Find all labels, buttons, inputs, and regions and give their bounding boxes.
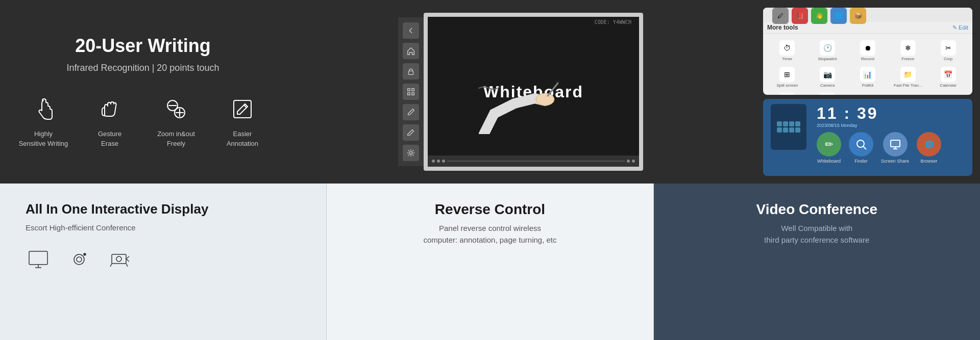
clock-date: 2023/08/15 Monday: [817, 123, 878, 128]
col2-title: Reverse Control: [435, 201, 545, 218]
tool-camera[interactable]: 📷 Camera: [808, 65, 847, 90]
svg-point-26: [116, 256, 121, 261]
whiteboard-code: CODE: Y4WWCH: [595, 19, 631, 25]
tool-stopwatch[interactable]: 🕐 Stopwatch: [808, 38, 847, 64]
tool-splitscreen[interactable]: ⊞ Split screen: [768, 65, 807, 90]
tool-freeze[interactable]: ❄ Freeze: [888, 38, 927, 64]
svg-line-28: [126, 264, 128, 267]
stopwatch-icon-box: 🕐: [820, 40, 835, 56]
tool-fastfile-label: Fast File Tran...: [894, 83, 922, 88]
tool-touchoverlay[interactable]: 🖊 TouchOverlay: [768, 91, 807, 95]
clock-display: 11 : 39 2023/08/15 Monday: [817, 104, 878, 128]
crop-icon-box: ✂: [941, 40, 956, 56]
top-section: 20-User Writing Infrared Recognition | 2…: [0, 0, 980, 184]
tool-crop-label: Crop: [944, 57, 952, 62]
sidebar-screenlock-icon[interactable]: [403, 63, 419, 80]
gesture-icon: [94, 94, 125, 124]
touchoverlay-icon-box: 🖊: [779, 93, 795, 95]
calendar-icon-box: 📅: [941, 67, 956, 82]
tool-pollkit-label: PollKit: [862, 83, 874, 88]
center-display: CODE: Y4WWCH Whiteboard: [286, 0, 755, 184]
svg-point-13: [536, 93, 554, 106]
camera-icon-display: [66, 247, 92, 272]
sidebar-settings-icon[interactable]: [403, 145, 419, 161]
fastfile-icon-box: 📁: [900, 67, 916, 82]
tool-calendar[interactable]: 📅 Calendar: [928, 65, 968, 90]
tv-icon-item: [26, 247, 51, 272]
edit-label[interactable]: ✎ Edit: [952, 24, 968, 31]
tool-fastfile[interactable]: 📁 Fast File Tran...: [888, 65, 927, 90]
svg-rect-8: [408, 89, 410, 91]
whiteboard-app-icon: ✏: [817, 132, 841, 156]
app-screenshare-bottom[interactable]: Screen Share: [881, 132, 909, 164]
more-tools-header: 🖊 📕 👋 🌐 📦: [763, 8, 972, 22]
record-icon-box: ⏺: [860, 40, 875, 56]
finder-app-label: Finder: [854, 159, 868, 164]
feature-zoom: Zoom in&outFreely: [151, 94, 202, 148]
tool-camera-label: Camera: [820, 83, 835, 88]
finder-app-icon: [849, 132, 873, 156]
toolbar-line: [447, 161, 625, 162]
tool-timer[interactable]: ⏱ Timer: [768, 38, 807, 64]
tool-record-label: Record: [861, 57, 874, 62]
app-more: 📦: [850, 8, 866, 24]
splitscreen-icon-box: ⊞: [779, 67, 795, 82]
sidebar-eraser-icon[interactable]: [403, 124, 419, 141]
timer-icon-box: ⏱: [779, 40, 795, 56]
tool-crop[interactable]: ✂ Crop: [928, 38, 968, 64]
sidebar-pen-icon[interactable]: [403, 104, 419, 120]
screenshare-app-icon: [883, 132, 908, 156]
feature-annotation-label: EasierAnnotation: [227, 129, 258, 148]
tool-calendar-label: Calendar: [940, 83, 956, 88]
app-browser-bottom[interactable]: 🌐 Browser: [917, 132, 941, 164]
tool-screenlock[interactable]: 🔒 ScreenLock: [808, 91, 847, 95]
tool-record[interactable]: ⏺ Record: [848, 38, 888, 64]
bottom-apps-row: ✏ Whiteboard Finder: [817, 132, 965, 164]
projector-icon-item: [107, 247, 133, 272]
svg-rect-7: [409, 71, 413, 74]
col3-subtitle: Well Compatible with third party confere…: [764, 223, 869, 246]
feature-zoom-label: Zoom in&outFreely: [157, 129, 195, 148]
app-introduction: 📕: [792, 8, 808, 24]
app-welcome: 👋: [811, 8, 827, 24]
svg-rect-5: [234, 100, 251, 118]
svg-rect-18: [891, 140, 900, 147]
toolbar-dot-2: [437, 160, 440, 163]
sidebar-home-icon[interactable]: [403, 43, 419, 59]
app-browser: 🌐: [830, 8, 847, 24]
whiteboard-inner: CODE: Y4WWCH Whiteboard: [428, 17, 639, 167]
feature-annotation: EasierAnnotation: [217, 94, 268, 148]
screenlock-icon-box: 🔒: [820, 93, 835, 95]
app-finder-bottom[interactable]: Finder: [849, 132, 873, 164]
svg-rect-9: [412, 89, 414, 91]
pollkit-icon-box: 📊: [860, 67, 875, 82]
sidebar-back-icon[interactable]: [403, 22, 419, 39]
screenshare-app-label: Screen Share: [881, 159, 909, 164]
tool-splitscreen-label: Split screen: [777, 83, 798, 88]
app-whiteboard: 🖊: [772, 8, 789, 24]
svg-line-17: [864, 146, 867, 149]
col1-subtitle: Escort High-efficient Conference: [26, 222, 301, 234]
feature-sensitive: HighlySensitive Writing: [18, 94, 69, 148]
more-tools-label: More tools: [767, 24, 798, 31]
svg-line-14: [548, 83, 558, 96]
mini-panel: [771, 104, 806, 150]
col1-title: All In One Interactive Display: [26, 201, 301, 217]
whiteboard-bottom-bar: [428, 155, 639, 167]
annotation-icon: [227, 94, 258, 124]
sidebar-grid-icon[interactable]: [403, 84, 419, 100]
toolbar-dot-3: [442, 160, 445, 163]
clock-apps-area: 11 : 39 2023/08/15 Monday ✏ Whiteboard: [817, 104, 965, 164]
left-panel: 20-User Writing Infrared Recognition | 2…: [0, 0, 286, 184]
subtitle: Infrared Recognition | 20 points touch: [67, 63, 219, 73]
clock-time: 11 : 39: [817, 104, 878, 123]
touch-icon: [28, 94, 59, 124]
app-whiteboard-bottom[interactable]: ✏ Whiteboard: [817, 132, 841, 164]
tool-freeze-label: Freeze: [901, 57, 914, 62]
projector-icon: [107, 247, 133, 272]
svg-rect-11: [412, 93, 414, 95]
browser-app-icon: 🌐: [917, 132, 941, 156]
feature-gesture-label: GestureErase: [98, 129, 121, 148]
tool-pollkit[interactable]: 📊 PollKit: [848, 65, 888, 90]
svg-point-22: [74, 254, 84, 265]
